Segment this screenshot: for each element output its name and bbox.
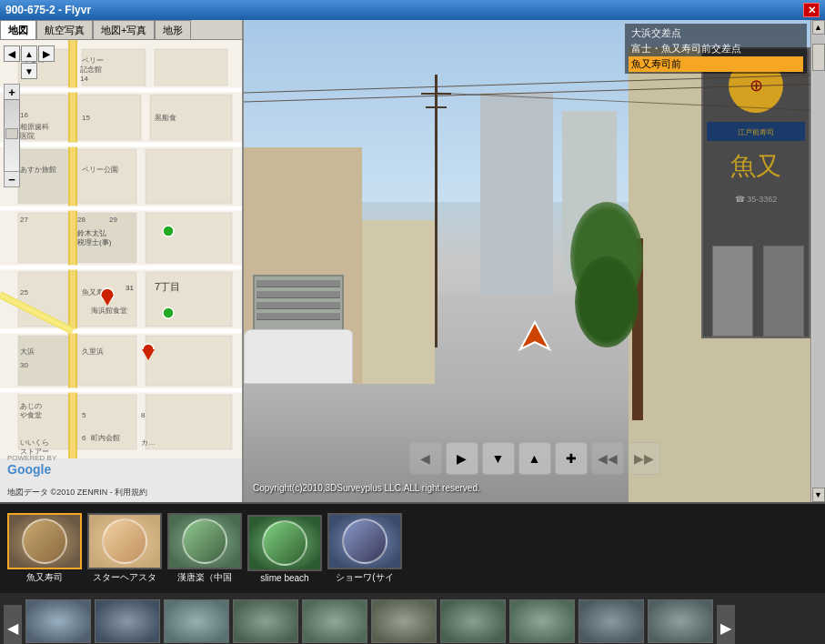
thumb-img-2 [167, 513, 242, 569]
nav-item-1[interactable]: 富士・魚又寿司前交差点 [629, 41, 803, 56]
svg-point-67 [163, 307, 174, 318]
scroll-up-btn[interactable]: ▲ [812, 20, 825, 35]
thumb-label-0: 魚又寿司 [26, 571, 63, 584]
bottom-thumb-img-2 [164, 599, 229, 643]
nav-overlay: 大浜交差点 富士・魚又寿司前交差点 魚又寿司前 [625, 24, 807, 74]
nav-prev-btn[interactable]: ◀ [409, 442, 442, 475]
bottom-thumb-img-4 [302, 599, 367, 643]
map-pan-right-btn[interactable]: ▶ [38, 45, 55, 62]
car [244, 329, 353, 384]
nav-item-2[interactable]: 魚又寿司前 [629, 56, 803, 72]
svg-text:いいくら: いいくら [20, 438, 49, 447]
bottom-scroll-left[interactable]: ◀ [4, 605, 22, 644]
svg-text:6: 6 [82, 434, 86, 442]
shop-facade: ⊕ 江戸前寿司 魚又 ☎ 35-3362 [701, 47, 810, 338]
svg-text:27: 27 [20, 216, 28, 224]
sv-scrollbar: ▲ ▼ [810, 20, 825, 502]
bottom-thumb-5[interactable]: 中田商店前 [371, 599, 437, 644]
bottom-thumb-6[interactable]: 市営久里浜 [440, 599, 506, 644]
thumb-label-2: 漢唐楽（中国 [177, 571, 232, 584]
bottom-thumb-0[interactable]: マリーナタウン [25, 599, 91, 644]
bottom-thumb-3[interactable]: 一富士・魚又 [233, 599, 298, 644]
titlebar: 900-675-2 - Flyvr ✕ [0, 0, 825, 20]
thumb-img-3 [247, 515, 322, 571]
shop-phone: ☎ 35-3362 [707, 195, 805, 204]
sv-copyright: Copyright(c)2010,3DSurveyplus LLC.ALL ri… [253, 483, 480, 493]
svg-text:ベリー: ベリー [82, 56, 104, 65]
svg-point-66 [163, 226, 174, 236]
thumb-img-0 [7, 513, 82, 569]
svg-text:あじの: あじの [20, 402, 42, 410]
thumb-1[interactable]: スターヘアスタ [87, 513, 162, 584]
svg-text:記念館: 記念館 [80, 65, 102, 74]
svg-rect-15 [146, 272, 232, 327]
bottom-thumb-9[interactable]: 久里浜 [648, 599, 713, 644]
svg-text:29: 29 [109, 216, 117, 224]
bottom-thumb-img-0 [25, 599, 91, 643]
svg-rect-8 [77, 149, 136, 204]
shop-door [712, 246, 753, 337]
bottom-thumb-4[interactable]: 魚又寿司前 [302, 599, 367, 644]
close-button[interactable]: ✕ [803, 3, 820, 17]
thumbnail-strip: 魚又寿司 スターヘアスタ 漢唐楽（中国 slime beach ショーワ(サイ [0, 502, 825, 593]
map-pan-left-btn[interactable]: ◀ [4, 45, 20, 62]
thumb-label-1: スターヘアスタ [93, 571, 156, 584]
svg-text:カ…: カ… [141, 438, 156, 447]
svg-rect-3 [155, 49, 227, 86]
svg-text:14: 14 [80, 75, 88, 83]
svg-rect-21 [146, 395, 232, 449]
svg-text:28: 28 [77, 216, 86, 224]
map-pan-up-btn[interactable]: ▲ [21, 45, 37, 62]
thumb-4[interactable]: ショーワ(サイ [327, 513, 402, 584]
nav-item-0[interactable]: 大浜交差点 [629, 25, 803, 41]
tab-map[interactable]: 地図 [0, 20, 36, 39]
svg-marker-74 [520, 322, 549, 349]
nav-down-btn[interactable]: ▼ [482, 442, 515, 475]
scroll-down-btn[interactable]: ▼ [812, 488, 825, 502]
zoom-out-btn[interactable]: − [4, 171, 20, 187]
svg-rect-17 [77, 336, 136, 386]
bottom-thumb-2[interactable]: 大浜交差点 [164, 599, 229, 644]
bottom-thumb-img-5 [371, 599, 437, 643]
nav-next-btn[interactable]: ▶ [446, 442, 478, 475]
bottom-thumb-img-9 [648, 599, 713, 643]
thumb-0[interactable]: 魚又寿司 [7, 513, 82, 584]
svg-text:31: 31 [126, 284, 134, 292]
map-tabs: 地図 航空写真 地図+写真 地形 [0, 20, 242, 40]
svg-rect-18 [146, 336, 232, 386]
tab-map-photo[interactable]: 地図+写真 [93, 20, 155, 39]
shop-door2 [763, 246, 804, 337]
nav-arrow[interactable] [517, 320, 553, 357]
svg-text:税理士(事): 税理士(事) [77, 238, 112, 247]
tab-terrain[interactable]: 地形 [155, 20, 191, 39]
svg-text:大浜: 大浜 [20, 347, 35, 356]
scroll-thumb[interactable] [812, 44, 825, 71]
shop-name: 魚又 [707, 149, 805, 184]
nav-ff-btn[interactable]: ◀◀ [591, 442, 624, 475]
bottom-thumb-7[interactable]: 南健康福祉 [509, 599, 575, 644]
zoom-in-btn[interactable]: + [4, 84, 20, 100]
nav-controls: ◀ ▶ ▼ ▲ ✚ ◀◀ ▶▶ [409, 442, 660, 475]
map-pan-down-btn[interactable]: ▼ [21, 63, 37, 79]
svg-text:8: 8 [141, 411, 146, 419]
bottom-thumb-8[interactable]: 久里浜第2ポ [579, 599, 644, 644]
nav-up-btn[interactable]: ▲ [518, 442, 551, 475]
nav-zoom-btn[interactable]: ✚ [555, 442, 588, 475]
svg-text:海浜館食堂: 海浜館食堂 [91, 307, 127, 315]
bottom-thumb-img-1 [95, 599, 160, 643]
bottom-thumb-img-6 [440, 599, 506, 643]
tab-aerial[interactable]: 航空写真 [36, 20, 93, 39]
thumb-img-1 [87, 513, 162, 569]
bottom-thumb-1[interactable]: マリーナタウン [95, 599, 160, 644]
tree [570, 238, 643, 420]
main-content: 地図 航空写真 地図+写真 地形 [0, 20, 825, 502]
thumb-3[interactable]: slime beach [247, 515, 322, 583]
svg-text:ベリー公園: ベリー公園 [82, 166, 118, 174]
bottom-strip: ◀ マリーナタウン マリーナタウン 大浜交差点 一富士・魚又 魚又寿司前 中 [0, 593, 825, 644]
svg-text:5: 5 [82, 411, 86, 419]
scroll-track[interactable] [812, 35, 825, 488]
bottom-scroll-right[interactable]: ▶ [717, 605, 735, 644]
streetview-panel: ⊕ 江戸前寿司 魚又 ☎ 35-3362 [244, 20, 825, 502]
thumb-2[interactable]: 漢唐楽（中国 [167, 513, 242, 584]
nav-rr-btn[interactable]: ▶▶ [628, 442, 660, 475]
